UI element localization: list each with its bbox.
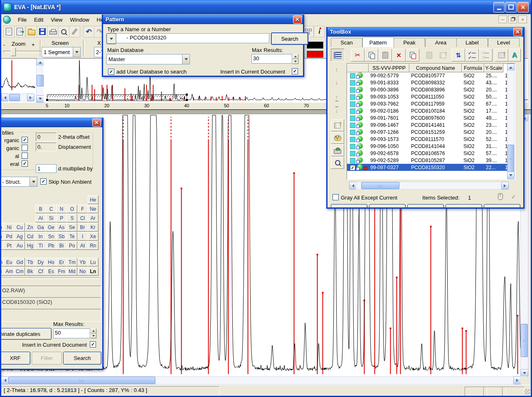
tab-area[interactable]: Area bbox=[425, 38, 457, 47]
max-results-spinner[interactable]: 30 bbox=[251, 54, 298, 64]
row-checkbox[interactable] bbox=[350, 108, 355, 114]
table-row[interactable]: 99-092-5779PCOD8105777SiO225....1 bbox=[347, 72, 507, 79]
print-preview-button[interactable] bbox=[58, 26, 69, 37]
element-button-s[interactable]: S bbox=[66, 214, 77, 222]
xrf-button[interactable]: XRF bbox=[0, 352, 30, 365]
chart-vscroll-thumb[interactable]: ≡ bbox=[521, 324, 528, 357]
tab-pattern[interactable]: Pattern bbox=[362, 37, 394, 47]
mini-vscroll-track[interactable] bbox=[36, 65, 44, 96]
eliminate-duplicates-button[interactable]: iminate duplicates bbox=[0, 328, 52, 340]
list-item[interactable]: O2.RAW) bbox=[0, 286, 101, 298]
element-button-zn[interactable]: Zn bbox=[25, 223, 36, 232]
element-button-i[interactable]: I bbox=[77, 232, 88, 241]
uncheck-selected-button[interactable]: □—□— bbox=[479, 49, 493, 62]
mini-hscroll-thumb[interactable] bbox=[9, 94, 20, 101]
element-button-b[interactable]: B bbox=[35, 205, 46, 213]
new-document-button[interactable] bbox=[3, 26, 15, 37]
subfile-checkbox[interactable] bbox=[22, 153, 28, 159]
move-bottom-button[interactable]: ↓ bbox=[331, 104, 342, 116]
edit-button[interactable] bbox=[69, 26, 80, 37]
element-button-ne[interactable]: Ne bbox=[88, 205, 99, 213]
mdi-close-button[interactable]: × bbox=[518, 15, 527, 23]
zoom-slider-track[interactable] bbox=[3, 51, 42, 53]
column-header-Y-Scale[interactable]: Y-Scale bbox=[484, 64, 503, 72]
spin-down-icon[interactable] bbox=[90, 333, 96, 338]
element-button-ln[interactable]: Ln bbox=[88, 267, 99, 276]
list-item[interactable] bbox=[0, 309, 101, 322]
cut-button[interactable]: ✂ bbox=[351, 49, 365, 62]
mini-scroll-down-button[interactable] bbox=[36, 95, 44, 103]
replace-button[interactable] bbox=[406, 49, 419, 62]
element-button-tb[interactable]: Tb bbox=[25, 258, 36, 266]
element-button-am[interactable]: Am bbox=[4, 267, 15, 276]
element-button-gd[interactable]: Gd bbox=[14, 258, 25, 266]
element-button-md[interactable]: Md bbox=[66, 267, 77, 276]
scan-color-swatch[interactable] bbox=[307, 42, 323, 49]
table-row[interactable]: 99-092-0186PCOD8100184SiO217....1 bbox=[347, 107, 507, 114]
row-checkbox[interactable] bbox=[350, 94, 355, 100]
mini-hscroll-track[interactable] bbox=[8, 94, 28, 101]
subfile-checkbox[interactable]: ✓ bbox=[22, 160, 28, 167]
table-properties-button[interactable] bbox=[331, 119, 344, 131]
element-button-pt[interactable]: Pt bbox=[4, 241, 15, 250]
menu-item-edit[interactable]: Edit bbox=[30, 15, 47, 24]
table-row[interactable]: ✓99-097-0327PCOD8150320SiO222...1 bbox=[347, 164, 507, 171]
chart-hscroll-thumb[interactable]: ||| bbox=[8, 377, 155, 384]
element-button-pd[interactable]: Pd bbox=[4, 232, 15, 241]
stamp-button[interactable] bbox=[331, 144, 344, 156]
element-button-p[interactable]: P bbox=[56, 214, 67, 222]
table-row[interactable]: 99-092-6578PCOD8106576SiO257....1 bbox=[347, 150, 507, 157]
tab-label[interactable]: Label bbox=[456, 38, 488, 47]
chart-button[interactable] bbox=[495, 49, 508, 62]
chart-hscroll-track[interactable]: ||| bbox=[8, 376, 514, 385]
row-checkbox[interactable] bbox=[350, 101, 355, 107]
menu-item-file[interactable]: File bbox=[14, 15, 30, 24]
maximize-button[interactable] bbox=[505, 2, 517, 12]
element-button-o[interactable]: O bbox=[66, 205, 77, 213]
help-insert-button[interactable] bbox=[436, 49, 450, 62]
screen-select[interactable]: 1 Segment bbox=[42, 47, 81, 57]
column-header-icon[interactable] bbox=[347, 64, 369, 72]
element-button-po[interactable]: Po bbox=[66, 241, 77, 250]
copy-button[interactable] bbox=[365, 49, 378, 62]
filter-button[interactable]: Filter bbox=[32, 352, 62, 365]
element-button-xe[interactable]: Xe bbox=[88, 232, 99, 241]
element-button-ho[interactable]: Ho bbox=[46, 258, 57, 266]
print-button[interactable] bbox=[47, 26, 59, 37]
table-row[interactable]: 99-093-1573PCOD8111570SiO252....1 bbox=[347, 136, 507, 143]
tab-level[interactable]: Level bbox=[488, 38, 520, 47]
row-checkbox[interactable] bbox=[350, 80, 355, 86]
element-button-pb[interactable]: Pb bbox=[46, 241, 57, 250]
zoom-plus-label[interactable]: + bbox=[32, 42, 35, 48]
row-checkbox[interactable] bbox=[350, 130, 355, 135]
d-multiplied-field[interactable]: 1 bbox=[36, 164, 57, 173]
move-down-button[interactable]: ↓ bbox=[331, 76, 342, 88]
table-scroll-right-button[interactable] bbox=[501, 182, 509, 190]
struct-select[interactable]: - Struct. bbox=[0, 177, 37, 187]
check-selected-button[interactable]: ✓—✓— bbox=[465, 49, 479, 62]
tab-scan[interactable]: Scan bbox=[331, 38, 362, 47]
spin-down-icon[interactable] bbox=[292, 59, 298, 64]
element-button-sn[interactable]: Sn bbox=[46, 232, 57, 241]
table-vscroll-track[interactable]: ≡ bbox=[507, 70, 515, 173]
row-checkbox[interactable] bbox=[350, 123, 355, 128]
element-button-ge[interactable]: Ge bbox=[46, 223, 57, 232]
table-row[interactable]: 99-091-8333PCOD8098332SiO243....1 bbox=[347, 79, 507, 86]
table-row[interactable]: 99-091-7601PCOD8097600SiO249....1 bbox=[347, 114, 507, 121]
window-titlebar[interactable]: EVA - [Nat.EVA *] ✕ bbox=[0, 0, 532, 14]
element-button-al[interactable]: Al bbox=[35, 214, 46, 222]
element-button-kr[interactable]: Kr bbox=[88, 223, 99, 232]
mini-chart-canvas[interactable] bbox=[0, 59, 35, 92]
element-button-se[interactable]: Se bbox=[66, 223, 77, 232]
table-row[interactable]: 99-090-3896PCOD8083896SiO220....1 bbox=[347, 86, 507, 93]
two-theta-offset-field[interactable]: 0 bbox=[36, 133, 57, 141]
skip-non-ambient-checkbox[interactable]: ✓ bbox=[40, 178, 47, 185]
insert-doc-checkbox[interactable]: ✓ bbox=[90, 341, 96, 348]
element-button-te[interactable]: Te bbox=[66, 232, 77, 241]
chevron-down-icon[interactable] bbox=[73, 47, 80, 57]
element-button-au[interactable]: Au bbox=[14, 241, 25, 250]
element-button-in[interactable]: In bbox=[35, 232, 46, 241]
delete-row-button[interactable]: × bbox=[392, 49, 406, 62]
element-button-tl[interactable]: Tl bbox=[35, 241, 46, 250]
chevron-down-icon[interactable] bbox=[182, 54, 190, 64]
